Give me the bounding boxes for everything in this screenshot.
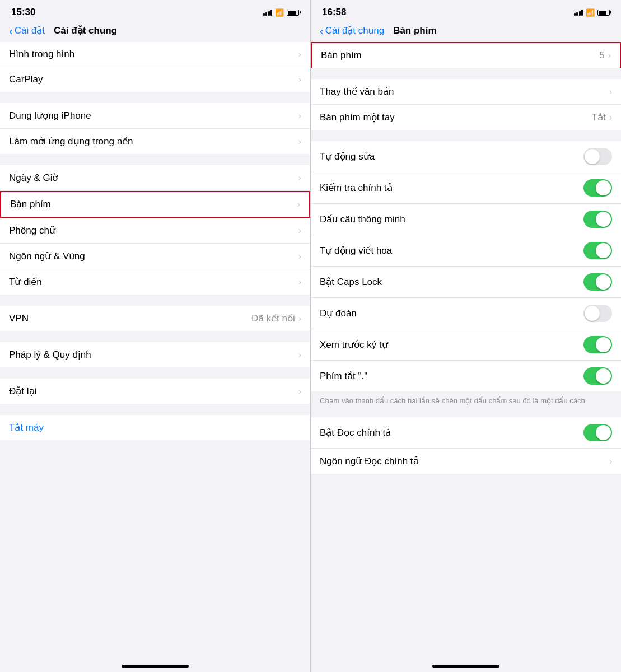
status-time-left: 15:30	[11, 7, 35, 18]
toggle-bat-doc[interactable]	[583, 424, 612, 441]
toggle-knob	[585, 149, 600, 164]
section-tat-may-left: Tắt máy	[0, 415, 310, 440]
back-button-right[interactable]: ‹ Cài đặt chung	[320, 25, 384, 36]
item-label: Bật Đọc chính tả	[320, 427, 391, 438]
chevron-icon: ›	[298, 386, 301, 396]
item-label: Dự đoán	[320, 307, 357, 319]
list-item-carplay[interactable]: CarPlay ›	[0, 67, 310, 92]
item-right: Đã kết nối ›	[251, 312, 301, 324]
home-indicator-left	[0, 665, 310, 672]
section-group1-right: Bàn phím 5 ›	[311, 42, 621, 68]
ban-phim-count: 5	[599, 50, 604, 61]
status-bar-right: 16:58 📶	[311, 0, 621, 22]
list-item-ban-phim-right[interactable]: Bàn phím 5 ›	[311, 42, 621, 68]
description-text: Chạm vào thanh dấu cách hai lần sẽ chèn …	[311, 391, 621, 413]
status-icons-right: 📶	[574, 8, 610, 17]
list-item-ngon-ngu[interactable]: Ngôn ngữ & Vùng ›	[0, 244, 310, 269]
chevron-icon: ›	[298, 74, 301, 85]
status-time-right: 16:58	[322, 7, 346, 18]
item-label: Hình trong hình	[9, 49, 74, 60]
section-toggles-right: Tự động sửa Kiểm tra chính tả Dấu câu th…	[311, 141, 621, 391]
chevron-icon: ›	[298, 49, 301, 59]
list-item-hinh-trong-hinh[interactable]: Hình trong hình ›	[0, 42, 310, 67]
item-label: Từ điển	[9, 276, 42, 288]
item-label: Xem trước ký tự	[320, 339, 388, 351]
section-group3-left: Ngày & Giờ › Bàn phím › Phông chữ › Ngôn…	[0, 165, 310, 295]
section-group3-right: Bật Đọc chính tả Ngôn ngữ Đọc chính tả ›	[311, 417, 621, 474]
chevron-icon: ›	[609, 87, 612, 97]
battery-icon-right	[597, 10, 610, 16]
item-label: Pháp lý & Quy định	[9, 349, 91, 361]
list-item-lam-moi[interactable]: Làm mới ứng dụng trong nền ›	[0, 129, 310, 154]
item-label: Làm mới ứng dụng trong nền	[9, 136, 133, 147]
list-item-bat-caps-lock: Bật Caps Lock	[311, 267, 621, 298]
list-item-ngon-ngu-doc[interactable]: Ngôn ngữ Đọc chính tả ›	[311, 449, 621, 474]
item-label: Ngày & Giờ	[9, 172, 58, 184]
list-item-tat-may[interactable]: Tắt máy	[0, 415, 310, 440]
toggle-knob	[596, 368, 611, 384]
list-item-ban-phim-highlighted[interactable]: Bàn phím ›	[0, 191, 310, 218]
wifi-icon-left: 📶	[275, 8, 284, 17]
list-item-vpn[interactable]: VPN Đã kết nối ›	[0, 306, 310, 331]
section-dat-lai-left: Đặt lại ›	[0, 379, 310, 404]
list-item-dat-lai[interactable]: Đặt lại ›	[0, 379, 310, 404]
list-item-phim-tat: Phím tắt "."	[311, 361, 621, 391]
toggle-du-doan[interactable]	[583, 305, 612, 322]
toggle-knob	[596, 425, 611, 440]
back-label-left: Cài đặt	[15, 25, 45, 36]
toggle-knob	[596, 274, 611, 290]
item-label: Bàn phím một tay	[320, 111, 395, 123]
list-item-phap-ly[interactable]: Pháp lý & Quy định ›	[0, 342, 310, 367]
toggle-kiem-tra[interactable]	[583, 179, 612, 197]
toggle-tu-dong-sua[interactable]	[583, 148, 612, 165]
toggle-phim-tat[interactable]	[583, 367, 612, 385]
item-right: ›	[298, 137, 301, 147]
nav-bar-right: ‹ Cài đặt chung Bàn phím	[311, 22, 621, 42]
list-item-dau-cau: Dấu câu thông minh	[311, 204, 621, 235]
page-title-left: Cài đặt chung	[54, 25, 117, 36]
nav-bar-left: ‹ Cài đặt Cài đặt chung	[0, 22, 310, 42]
toggle-knob	[585, 306, 600, 321]
back-button-left[interactable]: ‹ Cài đặt	[9, 25, 45, 36]
chevron-icon: ›	[609, 113, 612, 123]
chevron-left-icon-right: ‹	[320, 25, 324, 36]
item-right: ›	[298, 350, 301, 360]
list-item-kiem-tra: Kiểm tra chính tả	[311, 172, 621, 204]
item-label: Ngôn ngữ & Vùng	[9, 250, 85, 262]
list-item-thay-the[interactable]: Thay thế văn bản ›	[311, 79, 621, 105]
list-item-phong-chu[interactable]: Phông chữ ›	[0, 218, 310, 244]
mot-tay-value: Tắt	[592, 111, 606, 123]
item-right: ›	[298, 386, 301, 396]
chevron-icon: ›	[609, 456, 612, 466]
toggle-caps-lock[interactable]	[583, 273, 612, 291]
battery-icon-left	[287, 10, 299, 16]
list-item-dung-luong[interactable]: Dung lượng iPhone ›	[0, 103, 310, 129]
right-panel: 16:58 📶 ‹ Cài đặt chung Bàn phím Bàn phí…	[310, 0, 621, 672]
item-right: ›	[298, 251, 301, 262]
chevron-icon: ›	[298, 350, 301, 360]
toggle-xem-truoc[interactable]	[583, 336, 612, 353]
chevron-left-icon: ‹	[9, 25, 13, 36]
item-right: ›	[297, 199, 300, 209]
toggle-dau-cau[interactable]	[583, 211, 612, 228]
item-right: ›	[298, 74, 301, 85]
item-right: 5 ›	[599, 50, 611, 61]
item-right: ›	[298, 111, 301, 121]
chevron-icon: ›	[608, 50, 611, 60]
list-item-xem-truoc: Xem trước ký tự	[311, 329, 621, 361]
chevron-icon: ›	[298, 173, 301, 183]
item-label: Ngôn ngữ Đọc chính tả	[320, 455, 419, 467]
list-item-bat-doc: Bật Đọc chính tả	[311, 417, 621, 449]
signal-icon-right	[574, 9, 583, 16]
list-item-tu-dien[interactable]: Từ điển ›	[0, 269, 310, 295]
chevron-icon: ›	[298, 251, 301, 262]
signal-icon-left	[263, 9, 273, 16]
toggle-viet-hoa[interactable]	[583, 242, 612, 259]
list-item-ngay-gio[interactable]: Ngày & Giờ ›	[0, 165, 310, 191]
list-item-ban-phim-mot-tay[interactable]: Bàn phím một tay Tắt ›	[311, 105, 621, 130]
item-label: Thay thế văn bản	[320, 86, 394, 97]
home-bar-right	[432, 665, 499, 668]
chevron-icon: ›	[298, 111, 301, 121]
section-group1-left: Hình trong hình › CarPlay ›	[0, 42, 310, 92]
item-label: VPN	[9, 313, 29, 324]
